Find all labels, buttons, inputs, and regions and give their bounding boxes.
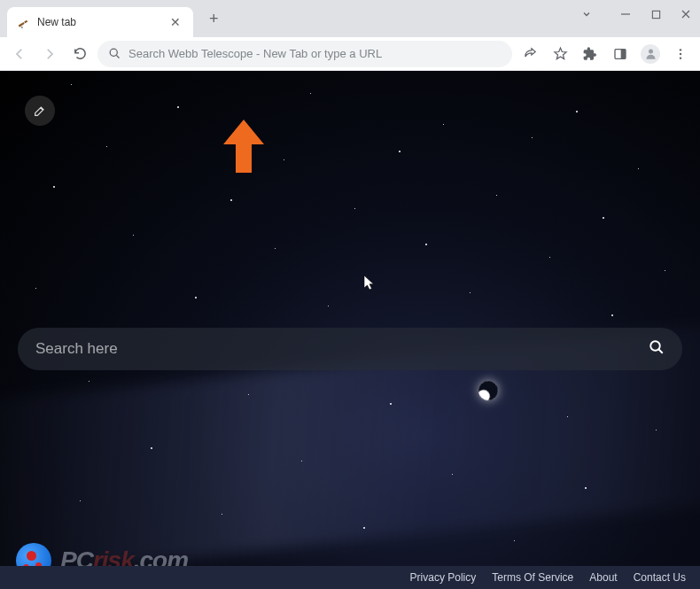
page-search-bar[interactable]: Search here	[18, 328, 682, 370]
window-minimize-button[interactable]	[618, 7, 633, 21]
browser-tab[interactable]: New tab ✕	[7, 7, 193, 37]
tab-search-chevron-icon[interactable]	[579, 7, 594, 21]
svg-point-1	[110, 49, 117, 56]
extensions-icon[interactable]	[578, 42, 603, 66]
footer-link-contact[interactable]: Contact Us	[634, 571, 686, 584]
footer-link-terms[interactable]: Terms Of Service	[492, 571, 573, 584]
svg-point-4	[649, 50, 653, 54]
address-bar[interactable]: Search Webb Telescope - New Tab or type …	[97, 41, 512, 67]
back-button[interactable]	[7, 42, 32, 66]
page-footer: Privacy Policy Terms Of Service About Co…	[0, 566, 700, 589]
svg-point-7	[680, 57, 681, 58]
window-close-button[interactable]	[679, 7, 693, 21]
forward-button[interactable]	[37, 42, 62, 66]
annotation-arrow-icon	[223, 120, 264, 176]
address-bar-placeholder: Search Webb Telescope - New Tab or type …	[128, 47, 502, 60]
page-search-submit-icon[interactable]	[649, 339, 665, 359]
page-search-placeholder: Search here	[35, 340, 649, 358]
svg-rect-3	[621, 49, 626, 58]
window-maximize-button[interactable]	[649, 7, 663, 21]
search-icon	[108, 47, 121, 60]
tab-favicon-telescope-icon	[16, 15, 30, 29]
kebab-menu-icon[interactable]	[668, 42, 693, 66]
tab-title: New tab	[37, 16, 167, 28]
footer-link-about[interactable]: About	[589, 571, 617, 584]
svg-rect-0	[652, 11, 659, 18]
svg-point-6	[680, 52, 681, 54]
side-panel-icon[interactable]	[608, 42, 633, 66]
new-tab-button[interactable]: +	[200, 6, 228, 32]
reload-button[interactable]	[67, 42, 92, 66]
svg-point-5	[680, 49, 681, 50]
browser-titlebar: New tab ✕ +	[0, 0, 700, 37]
footer-link-privacy[interactable]: Privacy Policy	[410, 571, 477, 584]
mouse-cursor-icon	[363, 275, 376, 296]
svg-point-8	[650, 341, 660, 351]
share-icon[interactable]	[517, 42, 542, 66]
profile-avatar[interactable]	[638, 42, 663, 66]
browser-toolbar: Search Webb Telescope - New Tab or type …	[0, 37, 700, 71]
edit-background-button[interactable]	[25, 96, 55, 126]
bookmark-star-icon[interactable]	[548, 42, 572, 66]
tab-close-icon[interactable]: ✕	[167, 13, 184, 31]
window-controls	[579, 7, 693, 21]
new-tab-page: Search here PCrisk.com Privacy Policy Te…	[0, 71, 700, 589]
